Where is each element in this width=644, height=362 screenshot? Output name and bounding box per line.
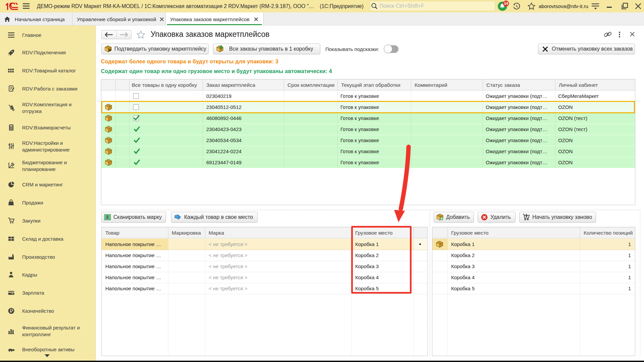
svg-text:14: 14 xyxy=(504,1,508,5)
svg-text:%: % xyxy=(12,163,13,165)
